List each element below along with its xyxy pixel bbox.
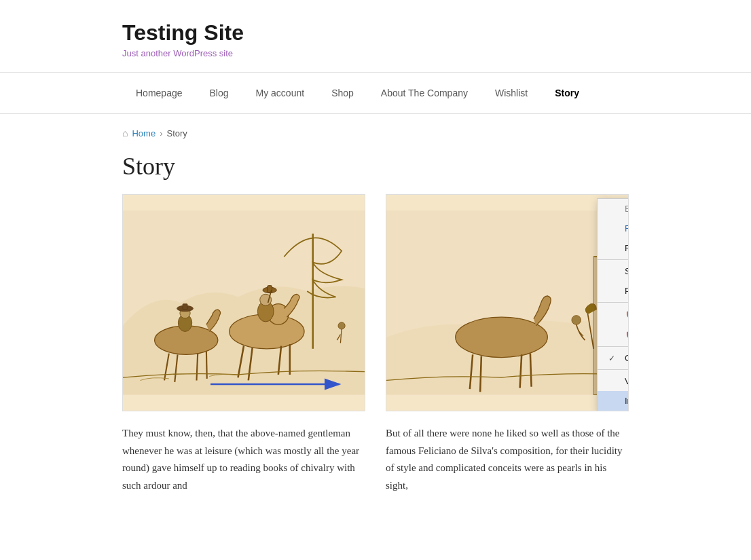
- nav-item-myaccount[interactable]: My account: [242, 73, 318, 113]
- menu-reload-label: Reload: [625, 243, 629, 253]
- brave-icon: [625, 309, 629, 320]
- pocket-icon: [625, 329, 629, 340]
- site-header: Testing Site Just another WordPress site: [0, 0, 751, 73]
- page-title: Story: [122, 152, 629, 181]
- menu-divider-1: [598, 259, 629, 260]
- nav-item-wishlist[interactable]: Wishlist: [481, 73, 541, 113]
- svg-line-30: [480, 356, 481, 392]
- nav-item-homepage[interactable]: Homepage: [122, 73, 196, 113]
- site-tagline: Just another WordPress site: [122, 48, 751, 58]
- breadcrumb-home-link[interactable]: Home: [132, 128, 155, 138]
- checkmark-icon: ✓: [608, 354, 619, 363]
- menu-inspect-label: Inspect: [625, 396, 629, 406]
- menu-item-reload[interactable]: Reload Ctrl+R: [598, 238, 629, 258]
- menu-item-back[interactable]: Back Alt+Left Arrow: [598, 199, 629, 219]
- nav-item-shop[interactable]: Shop: [318, 73, 367, 113]
- menu-divider-4: [598, 369, 629, 370]
- nav-item-blog[interactable]: Blog: [196, 73, 242, 113]
- breadcrumb-separator: ›: [160, 128, 162, 138]
- svg-line-17: [206, 352, 207, 379]
- menu-item-viewsource[interactable]: View page source Ctrl+U: [598, 371, 629, 391]
- menu-divider-2: [598, 302, 629, 303]
- menu-item-brave[interactable]: Brave ▶: [598, 304, 629, 324]
- nav-item-aboutcompany[interactable]: About The Company: [367, 73, 481, 113]
- sketch-svg-left: [123, 195, 365, 411]
- svg-point-22: [338, 322, 345, 329]
- svg-point-33: [572, 316, 581, 325]
- svg-point-28: [456, 317, 548, 357]
- story-image-right: Back Alt+Left Arrow Forward Alt+Right Ar…: [386, 194, 629, 411]
- story-image-left: [122, 194, 365, 411]
- main-content: ⌂ Home › Story Story: [0, 114, 751, 508]
- menu-item-print[interactable]: Print... Ctrl+P: [598, 281, 629, 301]
- menu-image-desc-label: Get image descriptions from Brave: [625, 353, 629, 363]
- menu-item-pocket[interactable]: Save To Pocket: [598, 324, 629, 345]
- home-icon: ⌂: [122, 128, 128, 138]
- breadcrumb-current: Story: [167, 128, 187, 138]
- two-col-layout: They must know, then, that the above-nam…: [122, 194, 629, 494]
- svg-line-32: [530, 354, 532, 387]
- context-menu: Back Alt+Left Arrow Forward Alt+Right Ar…: [597, 198, 629, 411]
- body-text-right: But of all there were none he liked so w…: [386, 425, 629, 494]
- menu-item-image-desc[interactable]: ✓ Get image descriptions from Brave: [598, 348, 629, 368]
- col-left: They must know, then, that the above-nam…: [122, 194, 365, 494]
- menu-item-saveas[interactable]: Save as... Ctrl+S: [598, 261, 629, 281]
- menu-divider-3: [598, 346, 629, 347]
- menu-viewsource-label: View page source: [625, 376, 629, 386]
- nav-list: Homepage Blog My account Shop About The …: [122, 73, 751, 113]
- main-nav: Homepage Blog My account Shop About The …: [0, 73, 751, 114]
- col-right: Back Alt+Left Arrow Forward Alt+Right Ar…: [386, 194, 629, 494]
- breadcrumb: ⌂ Home › Story: [122, 128, 629, 138]
- menu-saveas-label: Save as...: [625, 266, 629, 276]
- menu-forward-label: Forward: [625, 223, 629, 234]
- menu-item-inspect[interactable]: Inspect Ctrl+Shift+I: [598, 391, 629, 411]
- nav-item-story[interactable]: Story: [541, 73, 593, 113]
- menu-print-label: Print...: [625, 286, 629, 296]
- sketch-svg-right: [386, 195, 628, 411]
- menu-item-forward[interactable]: Forward Alt+Right Arrow: [598, 219, 629, 238]
- menu-back-label: Back: [625, 204, 629, 214]
- site-title: Testing Site: [122, 20, 751, 45]
- svg-rect-21: [183, 304, 187, 310]
- body-text-left: They must know, then, that the above-nam…: [122, 425, 365, 494]
